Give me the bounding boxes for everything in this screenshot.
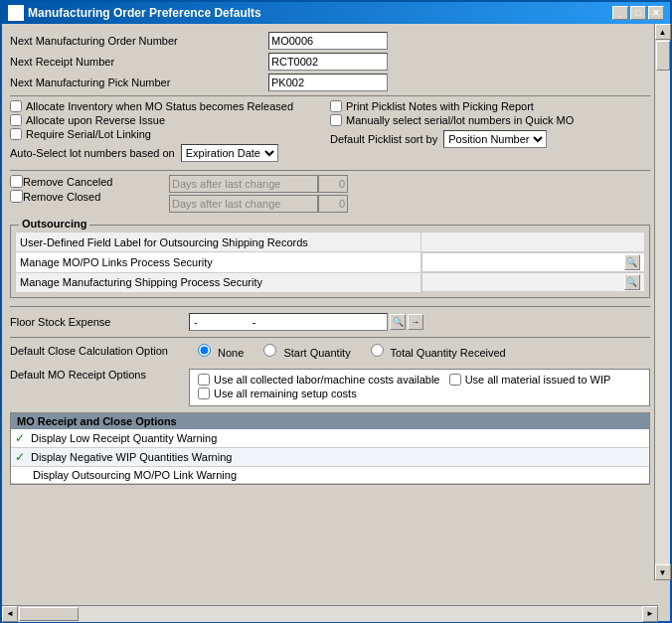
picklist-sort-label: Default Picklist sort by — [330, 133, 437, 145]
outsource-row-2: Manage Manufacturing Shipping Process Se… — [16, 272, 645, 292]
scroll-down-button[interactable]: ▼ — [655, 564, 671, 580]
receipt-opt-2-label: Use all remaining setup costs — [214, 388, 357, 399]
canceled-days-num[interactable] — [318, 175, 348, 193]
close-calc-start-radio[interactable] — [263, 344, 276, 357]
outsource-input-0[interactable] — [425, 236, 640, 248]
next-mo-number-row: Next Manufacturing Order Number — [10, 32, 650, 50]
close-calc-none-text: None — [218, 347, 244, 359]
receipt-options-section: Default MO Receipt Options Use all colle… — [10, 365, 650, 406]
auto-select-dropdown[interactable]: Expiration Date Lot Number Receipt Date — [181, 144, 278, 162]
next-pick-input[interactable] — [268, 74, 388, 91]
left-options: Allocate Inventory when MO Status become… — [10, 100, 330, 164]
next-receipt-label: Next Receipt Number — [10, 56, 268, 68]
closed-days-input[interactable] — [169, 195, 318, 213]
remove-section: Remove Canceled Remove Closed — [10, 175, 650, 215]
allocate-reverse-row: Allocate upon Reverse Issue — [10, 114, 330, 126]
outsourcing-table: User-Defined Field Label for Outsourcing… — [15, 232, 645, 293]
closed-days-row — [169, 195, 650, 213]
h-scroll-track[interactable] — [18, 606, 642, 622]
canceled-days-row — [169, 175, 650, 193]
next-receipt-row: Next Receipt Number — [10, 53, 650, 71]
floor-stock-input[interactable]: - - — [189, 313, 388, 331]
auto-select-row: Auto-Select lot numbers based on Expirat… — [10, 144, 330, 162]
remove-canceled-row: Remove Canceled — [10, 175, 169, 188]
window-icon: ⚙ — [8, 5, 24, 21]
outsource-input-1[interactable] — [426, 256, 624, 268]
mo-receipt-row-0: ✓ Display Low Receipt Quantity Warning — [11, 429, 649, 448]
scroll-right-button[interactable]: ► — [642, 606, 658, 622]
require-serial-checkbox[interactable] — [10, 128, 22, 140]
close-calc-total-text: Total Quantity Received — [391, 347, 506, 359]
close-calc-label: Default Close Calculation Option — [10, 345, 168, 357]
vertical-scrollbar[interactable]: ▲ ▼ — [654, 24, 670, 580]
next-receipt-input[interactable] — [268, 53, 388, 71]
receipt-opt-2-row: Use all remaining setup costs — [198, 388, 641, 399]
outsource-row-1: Manage MO/PO Links Process Security 🔍 — [16, 252, 645, 273]
allocate-inventory-label: Allocate Inventory when MO Status become… — [26, 100, 293, 112]
close-calc-total-radio[interactable] — [371, 344, 384, 357]
receipt-opt-0-checkbox[interactable] — [198, 374, 210, 386]
mo-receipt-row-1: ✓ Display Negative WIP Quantities Warnin… — [11, 448, 649, 467]
floor-stock-arrow-btn[interactable]: → — [408, 314, 423, 330]
mo-receipt-section: MO Receipt and Close Options ✓ Display L… — [10, 412, 650, 485]
receipt-options-label: Default MO Receipt Options — [10, 365, 189, 406]
h-scroll-thumb[interactable] — [19, 607, 79, 621]
remove-closed-label: Remove Closed — [23, 191, 100, 203]
mo-receipt-check-1: ✓ — [15, 450, 25, 464]
remove-right — [169, 175, 650, 215]
outsource-row-0: User-Defined Field Label for Outsourcing… — [16, 233, 645, 252]
floor-stock-search-btn[interactable]: 🔍 — [390, 314, 406, 330]
print-picklist-label: Print Picklist Notes with Picking Report — [346, 100, 534, 112]
next-mo-number-label: Next Manufacturing Order Number — [10, 35, 268, 47]
manually-select-checkbox[interactable] — [330, 114, 342, 126]
title-bar: ⚙ Manufacturing Order Preference Default… — [2, 2, 670, 24]
outsource-value-0 — [421, 233, 645, 252]
mo-receipt-label-2: Display Outsourcing MO/PO Link Warning — [33, 469, 237, 481]
outsource-search-btn-1[interactable]: 🔍 — [624, 254, 639, 270]
remove-canceled-checkbox[interactable] — [10, 175, 23, 188]
mo-receipt-row-2: Display Outsourcing MO/PO Link Warning — [11, 467, 649, 484]
window-controls: _ □ ✕ — [612, 6, 664, 20]
canceled-days-input[interactable] — [169, 175, 318, 193]
maximize-button[interactable]: □ — [630, 6, 646, 20]
mo-receipt-label-1: Display Negative WIP Quantities Warning — [31, 451, 232, 463]
mo-receipt-label-0: Display Low Receipt Quantity Warning — [31, 432, 217, 444]
main-window: ⚙ Manufacturing Order Preference Default… — [0, 0, 672, 623]
close-calc-start-text: Start Quantity — [283, 347, 350, 359]
closed-days-num[interactable] — [318, 195, 348, 213]
allocate-inventory-row: Allocate Inventory when MO Status become… — [10, 100, 330, 112]
outsource-search-btn-2[interactable]: 🔍 — [624, 274, 639, 290]
next-pick-row: Next Manufacturing Pick Number — [10, 74, 650, 91]
scroll-up-button[interactable]: ▲ — [655, 24, 671, 40]
outsource-label-2: Manage Manufacturing Shipping Process Se… — [16, 272, 421, 292]
horizontal-scrollbar[interactable]: ◄ ► — [2, 605, 658, 621]
receipt-opt-0-label: Use all collected labor/machine costs av… — [214, 374, 439, 386]
remove-closed-checkbox[interactable] — [10, 190, 23, 203]
mo-receipt-title: MO Receipt and Close Options — [11, 413, 649, 429]
receipt-opt-2-checkbox[interactable] — [198, 388, 210, 399]
print-picklist-checkbox[interactable] — [330, 100, 342, 112]
allocate-reverse-checkbox[interactable] — [10, 114, 22, 126]
close-calc-none-label: None — [198, 344, 244, 359]
picklist-sort-dropdown[interactable]: Position Number Item Number Description — [443, 130, 547, 148]
picklist-sort-row: Default Picklist sort by Position Number… — [330, 130, 650, 148]
receipt-opt-wip-checkbox[interactable] — [449, 374, 461, 386]
minimize-button[interactable]: _ — [612, 6, 628, 20]
outsource-label-0: User-Defined Field Label for Outsourcing… — [16, 233, 421, 252]
next-mo-number-input[interactable] — [268, 32, 388, 50]
remove-closed-row: Remove Closed — [10, 190, 169, 203]
right-options: Print Picklist Notes with Picking Report… — [330, 100, 650, 164]
scroll-track[interactable] — [655, 40, 670, 564]
scroll-left-button[interactable]: ◄ — [2, 606, 18, 622]
outsource-value-1: 🔍 — [421, 252, 644, 272]
allocate-inventory-checkbox[interactable] — [10, 100, 22, 112]
next-pick-label: Next Manufacturing Pick Number — [10, 77, 268, 88]
outsource-input-2[interactable] — [426, 276, 624, 288]
scroll-thumb[interactable] — [656, 41, 670, 71]
outsourcing-title: Outsourcing — [19, 218, 89, 230]
close-calc-row: Default Close Calculation Option None St… — [10, 344, 650, 359]
options-section: Allocate Inventory when MO Status become… — [10, 100, 650, 164]
print-picklist-row: Print Picklist Notes with Picking Report — [330, 100, 650, 112]
close-calc-none-radio[interactable] — [198, 344, 211, 357]
close-button[interactable]: ✕ — [648, 6, 664, 20]
